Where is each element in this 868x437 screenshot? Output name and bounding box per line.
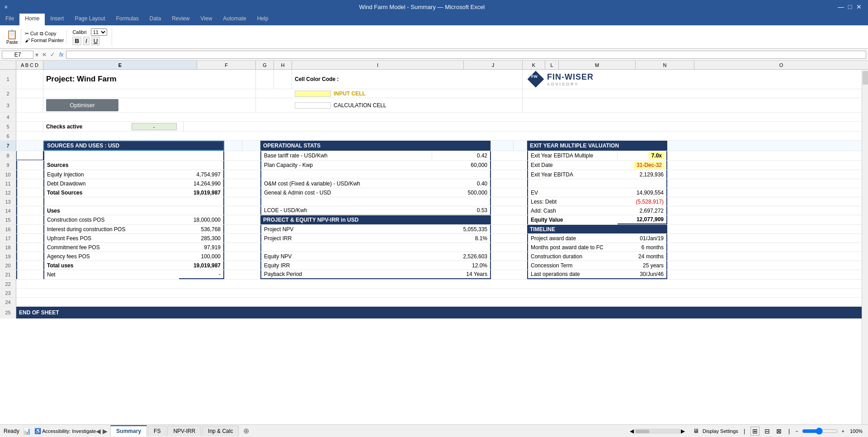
payback-value: 14 Years [432,270,491,279]
tab-page-layout[interactable]: Page Layout [69,14,110,25]
expand-formula-icon[interactable]: ▾ [35,51,38,58]
scrollbar-thumb-v[interactable] [863,71,868,85]
calc-cell-label: CALCULATION CELL [334,102,386,109]
row-17: 17 Upfront Fees POS 285,300 Project IRR … [0,234,868,243]
col-headers: A B C D E F G H I J K L M N O [0,61,868,70]
sheet-tab-inp-calc[interactable]: Inp & Calc [202,426,239,436]
months-post-award-value: 6 months [618,243,667,252]
maximize-btn[interactable]: □ [845,2,854,11]
sheet-tab-summary[interactable]: Summary [110,425,147,437]
tab-nav-left[interactable]: ◀ [96,428,101,435]
uses-title-cell: Uses [43,206,179,215]
hscroll-thumb[interactable] [636,430,649,433]
sources-uses-header[interactable]: SOURCES AND USES : USD [43,141,224,151]
italic-btn[interactable]: I [83,37,90,45]
finwiser-logo: FW FIN-WISER ADVISORY [523,70,868,89]
tab-data[interactable]: Data [144,14,166,25]
optimiser-button[interactable]: Optimiser [46,99,118,111]
lcoe-label: LCOE - USD/Kwh [260,206,432,215]
months-post-award-label: Months post award date to FC [527,243,618,252]
last-ops-value: 30/Jun/46 [618,270,667,279]
sheet-tab-fs[interactable]: FS [148,426,166,436]
row-num-18: 18 [0,243,16,252]
zoom-in-btn[interactable]: + [842,428,844,434]
tab-file[interactable]: File [0,14,19,25]
cell-color-label: Cell Color Code : [292,70,523,89]
grid-scroll-area[interactable]: 1 Project: Wind Farm Cell Color Code : [0,70,868,424]
row-18: 18 Commitment fee POS 97,919 Months post… [0,243,868,252]
row-25: 25 END OF SHEET [0,307,868,318]
window-title: Wind Farm Model - Summary — Microsoft Ex… [7,4,836,10]
col-header-f: F [197,61,256,69]
gen-admin-value: 500,000 [432,188,491,197]
input-cell-row: INPUT CELL [292,89,523,98]
status-right: ◀ ▶ 🖥 Display Settings | ⊞ ⊟ ⊠ | − + 100… [630,427,864,436]
hscrollbar[interactable] [635,429,680,433]
copy-btn[interactable]: ⧉ Copy [40,31,57,37]
sheet-tab-npvirr[interactable]: NPV-IRR [167,426,201,436]
accept-formula-icon[interactable]: ✓ [50,52,55,58]
row-num-20: 20 [0,261,16,270]
col-header-j: J [464,61,523,69]
underline-btn[interactable]: U [91,37,100,45]
row-10: 10 Equity Injection 4,754,997 Exit Year … [0,170,868,179]
format-painter-btn[interactable]: 🖌 Format Painter [25,38,64,43]
concession-term-value: 25 years [618,261,667,270]
row-num-1: 1 [0,70,16,89]
normal-view-btn[interactable]: ⊞ [750,427,760,436]
name-box[interactable] [2,51,33,59]
hscroll-right-btn[interactable]: ▶ [681,428,685,434]
zoom-slider[interactable] [802,428,838,435]
tab-nav-right[interactable]: ▶ [103,428,108,435]
function-icon[interactable]: fx [59,52,63,58]
add-cash-label: Add: Cash [527,206,618,215]
cut-btn[interactable]: ✂ Cut [25,31,38,37]
workbook-stats-icon[interactable]: 📊 [23,428,31,435]
status-bar: Ready 📊 ♿ Accessibility: Investigate ◀ ▶… [0,424,868,437]
tab-review[interactable]: Review [166,14,195,25]
paste-btn[interactable]: 📋Paste [4,28,21,46]
row-3: 3 Optimiser CALCULATION CELL [0,98,868,113]
formula-input[interactable]: ="SOURCES AND USES : "& Currency_Unit [66,51,866,59]
tab-view[interactable]: View [195,14,218,25]
tab-automate[interactable]: Automate [217,14,251,25]
exit-ebitda-value: 2,129,936 [618,170,667,179]
row-num-24: 24 [0,298,16,306]
tab-formulas[interactable]: Formulas [111,14,144,25]
tab-home[interactable]: Home [19,14,45,25]
ev-value: 14,909,554 [618,188,667,197]
scrollbar-vertical[interactable] [862,70,868,424]
zoom-out-btn[interactable]: − [795,428,798,434]
add-sheet-button[interactable]: ⊕ [240,426,253,436]
display-settings-label: Display Settings [703,428,738,434]
page-break-btn[interactable]: ⊠ [775,427,783,435]
display-settings-icon[interactable]: 🖥 [693,428,699,434]
sheet-tabs: Summary FS NPV-IRR Inp & Calc ⊕ [110,425,253,437]
tabs-area: ◀ ▶ Summary FS NPV-IRR Inp & Calc ⊕ [96,425,630,437]
end-of-sheet-cell: END OF SHEET [16,307,868,318]
hscroll-left-btn[interactable]: ◀ [630,428,634,434]
row-num-7: 7 [0,141,16,151]
cancel-formula-icon[interactable]: ✕ [42,52,47,58]
bold-btn[interactable]: B [72,37,81,45]
row-13: 13 Less: Debt (5,528,917) [0,197,868,206]
checks-value-cell[interactable]: - [132,123,177,130]
cell-e-1-title[interactable]: Project: Wind Farm [43,70,256,89]
cell-abcd-1[interactable] [16,70,43,89]
font-size-select[interactable]: 111214 [91,28,107,36]
minimize-btn[interactable]: — [836,2,845,11]
project-irr-value: 8.1% [432,234,491,242]
col-header-abcd: A B C D [16,61,43,69]
close-btn[interactable]: ✕ [854,2,863,11]
interest-construction-label: Interest during construction POS [43,225,179,233]
ribbon-commands: 📋Paste ✂ Cut ⧉ Copy 🖌 Format Painter Cal… [0,25,868,49]
payback-label: Payback Period [260,270,432,279]
row-14: 14 Uses LCOE - USD/Kwh 0.53 [0,206,868,215]
ribbon-tabs: File Home Insert Page Layout Formulas Da… [0,14,868,25]
row-1: 1 Project: Wind Farm Cell Color Code : [0,70,868,89]
agency-fees-label: Agency fees POS [43,252,179,261]
page-layout-btn[interactable]: ⊟ [763,427,771,435]
tab-help[interactable]: Help [252,14,274,25]
tab-insert[interactable]: Insert [45,14,69,25]
hscroll-area: ◀ ▶ [630,428,685,434]
